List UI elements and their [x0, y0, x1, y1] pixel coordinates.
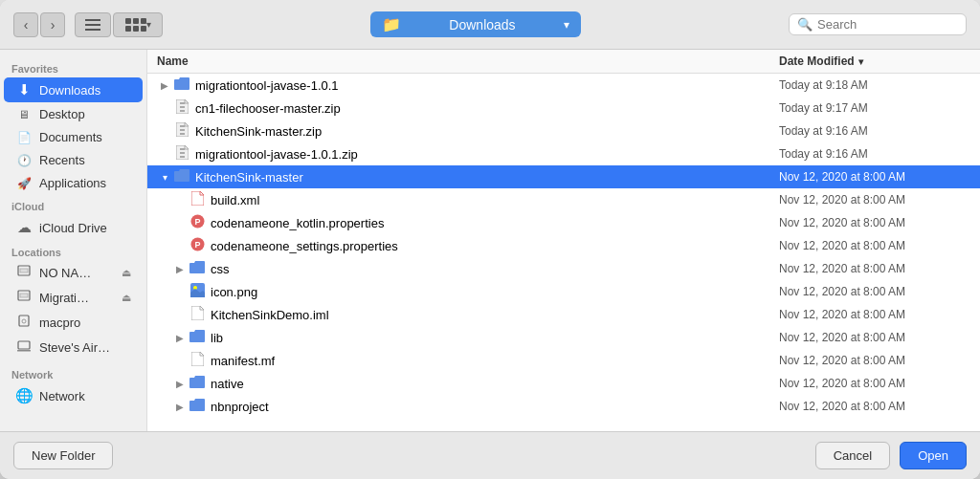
file-row[interactable]: KitchenSinkDemo.imlNov 12, 2020 at 8:00 … — [147, 303, 980, 326]
file-date: Nov 12, 2020 at 8:00 AM — [779, 400, 970, 413]
file-name: KitchenSink-master.zip — [195, 124, 779, 139]
file-icon: P — [188, 214, 207, 231]
svg-rect-18 — [180, 106, 185, 108]
file-row[interactable]: icon.pngNov 12, 2020 at 8:00 AM — [147, 280, 980, 303]
file-name: manifest.mf — [211, 354, 779, 368]
file-row[interactable]: ▶libNov 12, 2020 at 8:00 AM — [147, 326, 980, 349]
macpro-icon — [15, 315, 33, 331]
svg-rect-20 — [180, 125, 185, 127]
desktop-icon: 🖥 — [15, 108, 33, 121]
file-icon — [172, 77, 191, 94]
expand-button[interactable]: ▶ — [172, 261, 188, 276]
expand-button — [172, 238, 188, 253]
file-row[interactable]: ▶migrationtool-javase-1.0.1Today at 9:18… — [147, 74, 980, 97]
laptop-icon — [15, 339, 33, 356]
file-name: nbnproject — [211, 400, 779, 414]
file-row[interactable]: ▾KitchenSink-masterNov 12, 2020 at 8:00 … — [147, 165, 980, 188]
svg-rect-6 — [125, 26, 131, 32]
network-icon: 🌐 — [15, 387, 33, 404]
file-list-header: Name Date Modified ▾ — [147, 50, 980, 74]
file-name: migrationtool-javase-1.0.1.zip — [195, 147, 779, 162]
sidebar-item-recents[interactable]: 🕐 Recents — [4, 149, 143, 171]
file-row[interactable]: manifest.mfNov 12, 2020 at 8:00 AM — [147, 349, 980, 372]
file-icon — [172, 169, 191, 185]
expand-button[interactable]: ▶ — [172, 399, 188, 414]
file-dialog: ‹ › ▾ — [0, 0, 980, 479]
expand-button — [172, 215, 188, 230]
sidebar-item-applications[interactable]: 🚀 Applications — [4, 172, 143, 194]
svg-rect-12 — [20, 294, 28, 297]
eject-icon[interactable]: ⏏ — [122, 267, 131, 279]
file-name: KitchenSink-master — [195, 170, 779, 185]
file-date: Today at 9:17 AM — [779, 101, 970, 115]
file-name: css — [211, 262, 779, 276]
expand-button — [157, 146, 172, 162]
svg-rect-16 — [17, 350, 31, 352]
sidebar-item-label: iCloud Drive — [39, 221, 107, 235]
sidebar-item-desktop[interactable]: 🖥 Desktop — [4, 103, 143, 125]
new-folder-button[interactable]: New Folder — [13, 442, 113, 469]
expand-button[interactable]: ▶ — [157, 77, 172, 93]
file-row[interactable]: migrationtool-javase-1.0.1.zipToday at 9… — [147, 142, 980, 165]
file-list: Name Date Modified ▾ ▶migrationtool-java… — [147, 50, 980, 431]
column-date: Date Modified ▾ — [779, 54, 970, 68]
open-button[interactable]: Open — [900, 442, 967, 469]
sidebar: Favorites ⬇ Downloads 🖥 Desktop 📄 Docume… — [0, 50, 147, 431]
location-chevron: ▾ — [564, 18, 569, 32]
sidebar-item-icloud-drive[interactable]: ☁ iCloud Drive — [4, 215, 143, 240]
file-row[interactable]: Pcodenameone_kotlin.propertiesNov 12, 20… — [147, 211, 980, 234]
expand-button[interactable]: ▶ — [172, 330, 188, 345]
sidebar-item-macpro[interactable]: macpro — [4, 311, 143, 335]
file-row[interactable]: KitchenSink-master.zipToday at 9:16 AM — [147, 120, 980, 142]
file-row[interactable]: build.xmlNov 12, 2020 at 8:00 AM — [147, 188, 980, 211]
file-icon — [172, 122, 191, 140]
sidebar-item-network[interactable]: 🌐 Network — [4, 383, 143, 408]
eject-icon2[interactable]: ⏏ — [122, 292, 131, 304]
file-row[interactable]: ▶nativeNov 12, 2020 at 8:00 AM — [147, 372, 980, 395]
file-icon — [188, 330, 207, 346]
sidebar-item-downloads[interactable]: ⬇ Downloads — [4, 77, 143, 102]
svg-rect-3 — [125, 18, 131, 24]
file-date: Nov 12, 2020 at 8:00 AM — [779, 193, 970, 207]
svg-rect-2 — [85, 29, 100, 31]
list-view-button[interactable] — [75, 12, 111, 37]
file-row[interactable]: ▶nbnprojectNov 12, 2020 at 8:00 AM — [147, 395, 980, 418]
sidebar-item-documents[interactable]: 📄 Documents — [4, 126, 143, 148]
file-row[interactable]: cn1-filechooser-master.zipToday at 9:17 … — [147, 97, 980, 120]
sidebar-item-migrati[interactable]: Migrati… ⏏ — [4, 286, 143, 310]
back-button[interactable]: ‹ — [13, 12, 38, 37]
icloud-icon: ☁ — [15, 219, 33, 236]
file-icon — [188, 352, 207, 369]
sidebar-section-network: Network — [0, 363, 146, 382]
action-buttons: Cancel Open — [815, 442, 967, 469]
location-name: Downloads — [449, 17, 515, 33]
bottom-bar: New Folder Cancel Open — [0, 431, 980, 479]
file-date: Today at 9:18 AM — [779, 78, 970, 92]
grid-view-button[interactable]: ▾ — [113, 12, 163, 37]
svg-rect-1 — [85, 24, 100, 26]
nav-buttons: ‹ › — [13, 12, 65, 37]
file-name: migrationtool-javase-1.0.1 — [195, 78, 779, 93]
file-name: build.xml — [211, 193, 779, 207]
search-input[interactable] — [817, 17, 958, 32]
cancel-button[interactable]: Cancel — [815, 442, 890, 469]
file-date: Nov 12, 2020 at 8:00 AM — [779, 331, 970, 344]
file-date: Nov 12, 2020 at 8:00 AM — [779, 262, 970, 275]
sidebar-item-steves-air[interactable]: Steve's Air… — [4, 336, 143, 359]
svg-rect-17 — [180, 102, 185, 104]
sidebar-item-label: macpro — [39, 316, 80, 330]
sort-chevron: ▾ — [858, 56, 863, 67]
expand-button — [172, 284, 188, 299]
file-row[interactable]: ▶cssNov 12, 2020 at 8:00 AM — [147, 257, 980, 280]
forward-button[interactable]: › — [40, 12, 65, 37]
file-row[interactable]: Pcodenameone_settings.propertiesNov 12, … — [147, 234, 980, 257]
search-bar[interactable]: 🔍 — [789, 13, 967, 35]
sidebar-item-no-name[interactable]: NO NA… ⏏ — [4, 261, 143, 285]
expand-button[interactable]: ▶ — [172, 376, 188, 391]
sidebar-section-favorites: Favorites — [0, 57, 146, 76]
location-pill[interactable]: 📁 Downloads ▾ — [370, 11, 581, 37]
folder-icon: 📁 — [382, 15, 401, 33]
expand-button[interactable]: ▾ — [157, 169, 172, 185]
toolbar: ‹ › ▾ — [0, 0, 980, 50]
file-icon — [188, 306, 207, 323]
